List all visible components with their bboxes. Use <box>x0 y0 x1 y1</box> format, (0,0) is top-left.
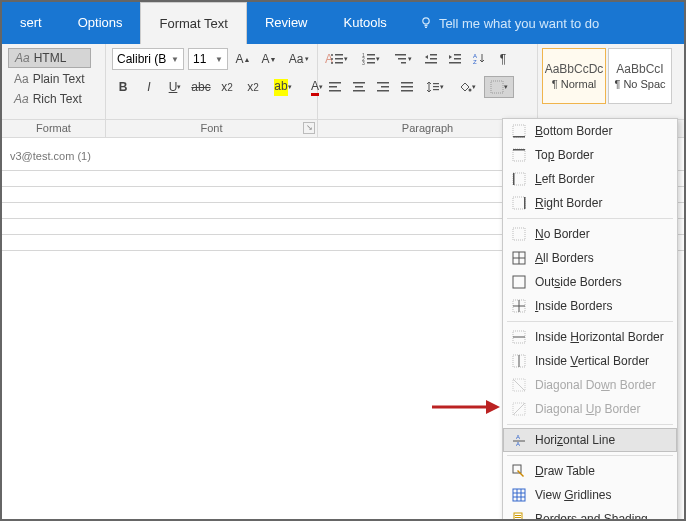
grow-font-button[interactable]: A▲ <box>232 48 254 70</box>
chevron-down-icon: ▼ <box>215 55 223 64</box>
underline-button[interactable]: U▾ <box>164 76 186 98</box>
svg-rect-53 <box>513 276 525 288</box>
font-name-combo[interactable]: Calibri (B▼ <box>112 48 184 70</box>
align-left-button[interactable] <box>324 76 346 98</box>
border-none-icon <box>511 226 527 242</box>
svg-rect-45 <box>513 173 525 185</box>
svg-rect-19 <box>454 54 461 56</box>
show-marks-button[interactable]: ¶ <box>492 48 514 70</box>
change-case-button[interactable]: Aa▾ <box>284 48 314 70</box>
style-normal[interactable]: AaBbCcDc ¶ Normal <box>542 48 606 104</box>
svg-rect-69 <box>513 489 525 501</box>
border-none-item[interactable]: No Border <box>503 222 677 246</box>
tab-review[interactable]: Review <box>247 2 326 44</box>
svg-rect-14 <box>398 58 406 60</box>
numbering-button[interactable]: 123▾ <box>356 48 386 70</box>
svg-rect-46 <box>513 173 515 185</box>
horizontal-line-item[interactable]: AAHorizontal Line <box>503 428 677 452</box>
svg-text:3: 3 <box>362 60 365 66</box>
group-font-label: Font↘ <box>106 119 317 137</box>
svg-rect-44 <box>513 149 525 151</box>
numbering-icon: 123 <box>362 52 376 66</box>
justify-button[interactable] <box>396 76 418 98</box>
border-outside-item[interactable]: Outside Borders <box>503 270 677 294</box>
separator <box>507 321 673 322</box>
horizontal-line-icon: AA <box>511 432 527 448</box>
annotation-arrow-icon <box>430 397 502 417</box>
svg-rect-41 <box>513 125 525 137</box>
border-top-icon <box>511 147 527 163</box>
borders-shading-icon <box>511 511 527 521</box>
border-inside-h-icon <box>511 329 527 345</box>
svg-text:A: A <box>516 441 520 447</box>
align-right-button[interactable] <box>372 76 394 98</box>
chevron-down-icon: ▼ <box>171 55 179 64</box>
outdent-icon <box>424 52 438 66</box>
shading-button[interactable]: ▾ <box>452 76 482 98</box>
line-spacing-button[interactable]: ▾ <box>420 76 450 98</box>
svg-rect-49 <box>513 228 525 240</box>
svg-rect-37 <box>433 86 439 87</box>
format-html-button[interactable]: AaHTML <box>8 48 91 68</box>
svg-rect-27 <box>353 82 365 84</box>
borders-shading-item[interactable]: Borders and Shading... <box>503 507 677 521</box>
bold-button[interactable]: B <box>112 76 134 98</box>
strikethrough-button[interactable]: abc <box>190 76 212 98</box>
svg-point-1 <box>331 54 333 56</box>
svg-rect-17 <box>430 58 437 60</box>
borders-icon <box>490 80 504 94</box>
superscript-button[interactable]: x2 <box>242 76 264 98</box>
border-inside-h-item[interactable]: Inside Horizontal Border <box>503 325 677 349</box>
border-left-icon <box>511 171 527 187</box>
bucket-icon <box>458 80 472 94</box>
separator <box>507 218 673 219</box>
font-size-combo[interactable]: 11▼ <box>188 48 228 70</box>
border-diag-up-icon <box>511 401 527 417</box>
increase-indent-button[interactable] <box>444 48 466 70</box>
tab-kutools[interactable]: Kutools <box>326 2 405 44</box>
multilevel-button[interactable]: ▾ <box>388 48 418 70</box>
justify-icon <box>400 80 414 94</box>
align-center-button[interactable] <box>348 76 370 98</box>
svg-text:A: A <box>516 434 520 440</box>
border-bottom-icon <box>511 123 527 139</box>
subscript-button[interactable]: x2 <box>216 76 238 98</box>
sort-icon: AZ <box>472 52 486 66</box>
border-bottom-item[interactable]: Bottom Border <box>503 119 677 143</box>
tell-me-search[interactable]: Tell me what you want to do <box>405 16 599 31</box>
svg-rect-33 <box>401 82 413 84</box>
font-launcher-icon[interactable]: ↘ <box>303 122 315 134</box>
border-right-item[interactable]: Right Border <box>503 191 677 215</box>
highlight-button[interactable]: ab▾ <box>268 76 298 98</box>
svg-rect-42 <box>513 136 525 138</box>
border-inside-item[interactable]: Inside Borders <box>503 294 677 318</box>
format-rich-button[interactable]: AaRich Text <box>8 90 91 108</box>
tab-format-text[interactable]: Format Text <box>140 2 246 44</box>
svg-line-62 <box>513 379 525 391</box>
svg-rect-31 <box>381 86 389 88</box>
bullets-button[interactable]: ▾ <box>324 48 354 70</box>
border-inside-icon <box>511 298 527 314</box>
border-all-item[interactable]: All Borders <box>503 246 677 270</box>
format-plain-button[interactable]: AaPlain Text <box>8 70 91 88</box>
svg-rect-30 <box>377 82 389 84</box>
tab-options[interactable]: Options <box>60 2 141 44</box>
svg-point-5 <box>331 62 333 64</box>
group-format-label: Format <box>2 119 105 137</box>
style-no-spacing[interactable]: AaBbCcI ¶ No Spac <box>608 48 672 104</box>
view-gridlines-item[interactable]: View Gridlines <box>503 483 677 507</box>
sort-button[interactable]: AZ <box>468 48 490 70</box>
italic-button[interactable]: I <box>138 76 160 98</box>
svg-rect-26 <box>329 90 341 92</box>
borders-button[interactable]: ▾ <box>484 76 514 98</box>
svg-rect-21 <box>449 62 461 64</box>
border-inside-v-item[interactable]: Inside Vertical Border <box>503 349 677 373</box>
tab-insert[interactable]: sert <box>2 2 60 44</box>
draw-table-item[interactable]: Draw Table <box>503 459 677 483</box>
border-diag-up-item: Diagonal Up Border <box>503 397 677 421</box>
lightbulb-icon <box>419 16 433 30</box>
border-left-item[interactable]: Left Border <box>503 167 677 191</box>
shrink-font-button[interactable]: A▼ <box>258 48 280 70</box>
border-top-item[interactable]: Top Border <box>503 143 677 167</box>
decrease-indent-button[interactable] <box>420 48 442 70</box>
